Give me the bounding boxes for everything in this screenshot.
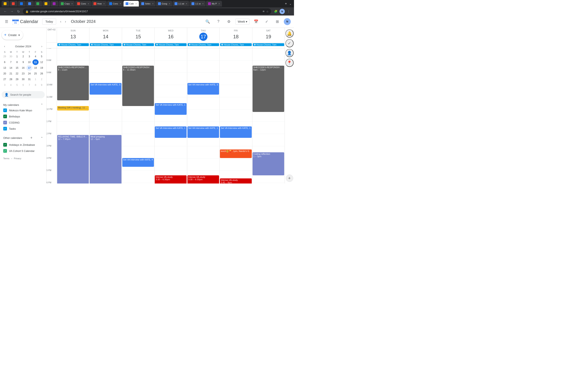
mini-cal-day[interactable]: 3 [2,82,8,88]
mini-cal-day[interactable]: 24 [26,71,33,76]
event-block-tue-1[interactable]: Set VA Interview with KATE, 4 [122,158,154,167]
event-block-thu-1[interactable]: Set VA Interview with KATE, 1 [187,126,219,138]
other-calendars-title[interactable]: Other calendars [3,136,22,140]
allday-event-sat-0[interactable]: House-Chores, 7am [253,43,284,46]
mini-cal-day[interactable]: 8 [14,59,20,65]
browser-tab-12[interactable]: Selec× [139,1,156,7]
my-calendar-item-1[interactable]: ✓Birthdays [2,113,45,119]
meeting-event[interactable]: Meeting (VA's meeting), 11:30am [57,106,89,110]
forward-button[interactable]: → [9,8,15,14]
mini-cal-day[interactable]: 15 [14,65,20,71]
event-block-wed-0[interactable]: Set VA Interview with KATE, 1 [155,103,186,115]
more-tabs-button[interactable]: ⌄ [288,1,292,6]
day-number-6[interactable]: 19 [264,33,273,41]
browser-tab-8[interactable]: Conc× [75,1,91,7]
time-cell-11-2[interactable] [122,183,154,184]
event-block-sun-1[interactable]: RELAXING TIME. BIBLE READING. PLAYING GO… [57,135,89,184]
time-cell-9-5[interactable] [219,158,252,171]
add-other-calendar-button[interactable]: + [29,135,33,141]
time-cell-3-5[interactable] [219,85,252,97]
time-cell-0-3[interactable] [154,48,187,60]
time-cell-9-4[interactable] [187,158,219,171]
right-panel-maps-icon[interactable]: 📍 [285,59,294,67]
browser-tab-2[interactable] [18,1,26,7]
mini-cal-day[interactable]: 4 [8,82,14,88]
mini-cal-day[interactable]: 9 [20,59,26,65]
time-cell-3-3[interactable] [154,85,187,97]
time-cell-5-2[interactable] [122,109,154,122]
reload-button[interactable]: ↻ [16,8,21,14]
mini-cal-day[interactable]: 4 [33,54,39,59]
day-number-1[interactable]: 14 [102,33,110,41]
tab-close-9[interactable]: × [103,2,104,5]
time-cell-1-5[interactable] [219,60,252,73]
browser-tab-0[interactable] [2,1,9,7]
event-block-sun-0[interactable]: SHECODES-RESPONSIVE-WEEK-28 – 11am [57,66,89,100]
day-number-3[interactable]: 16 [167,33,175,41]
mini-cal-prev-button[interactable]: ‹ [3,44,6,49]
time-cell-4-5[interactable] [219,97,252,109]
mini-cal-day[interactable]: 7 [26,82,33,88]
tab-close-14[interactable]: × [186,2,187,5]
time-cell-1-1[interactable] [89,60,122,73]
event-block-fri-2[interactable]: Intense-VA-study3:45 – 8pm [220,178,251,184]
time-cell-10-2[interactable] [122,171,154,183]
time-cell-7-2[interactable] [122,134,154,146]
mini-cal-day[interactable]: 13 [2,65,8,71]
event-block-thu-0[interactable]: Set VA Interview with KATE, S [187,83,219,95]
mini-cal-day[interactable]: 11 [33,59,39,65]
tab-close-15[interactable]: × [202,2,204,5]
mini-cal-day[interactable]: 30 [20,76,26,82]
my-calendar-item-2[interactable]: ✓CODING [2,119,45,125]
browser-tab-3[interactable] [26,1,34,7]
time-cell-0-2[interactable] [122,48,154,60]
url-bar[interactable]: 🔒 calendar.google.com/calendar/u/0/r/wee… [23,8,271,15]
apps-button[interactable]: ⊞ [273,17,281,26]
time-cell-2-3[interactable] [154,73,187,85]
mini-cal-day[interactable]: 6 [2,59,8,65]
mini-cal-day[interactable]: 19 [39,65,45,71]
browser-tab-6[interactable] [51,1,58,7]
time-cell-5-0[interactable] [57,109,89,122]
search-button[interactable]: 🔍 [204,17,212,26]
time-cell-8-2[interactable] [122,146,154,158]
time-cell-5-1[interactable] [89,109,122,122]
search-people-bar[interactable]: 👤 Search for people [2,91,45,98]
allday-event-tue-0[interactable]: House-Chores, 7am [122,43,154,46]
mini-cal-day[interactable]: 8 [33,82,39,88]
collapse-my-calendars-button[interactable]: ⌃ [41,103,43,106]
menu-button[interactable]: ☰ [3,18,10,25]
mini-cal-day[interactable]: 1 [14,54,20,59]
browser-tab-13[interactable]: Goog× [156,1,172,7]
time-grid-scroll[interactable]: 7 AM8 AM9 AM10 AM11 AM12 PM1 PM2 PM3 PM4… [47,48,285,184]
browser-tab-4[interactable] [34,1,42,7]
mini-cal-day[interactable]: 20 [2,71,8,76]
mini-cal-day[interactable]: 12 [39,59,45,65]
time-cell-6-2[interactable] [122,122,154,134]
mini-cal-day[interactable]: 16 [20,65,26,71]
mini-cal-day[interactable]: 5 [39,54,45,59]
time-cell-0-0[interactable] [57,48,89,60]
my-calendar-item-0[interactable]: ✓Ntokozo Kate Moyo [2,107,45,113]
tasks-icon[interactable]: ✓ [263,17,271,26]
tab-close-7[interactable]: × [71,2,73,5]
time-cell-2-5[interactable] [219,73,252,85]
allday-event-thu-0[interactable]: House-Chores, 7am [188,43,219,46]
user-avatar[interactable]: N [284,18,291,25]
create-button[interactable]: + Today Create ▾ [2,30,23,40]
time-cell-0-5[interactable] [219,48,252,60]
event-block-fri-0[interactable]: Set VA Interview with KATE, 1 [220,126,251,138]
mini-cal-day[interactable]: 28 [8,76,14,82]
tab-close-16[interactable]: × [218,2,220,5]
back-button[interactable]: ← [2,8,8,14]
other-calendar-item-1[interactable]: ✓VA Cohort 5 Calendar [2,148,45,154]
browser-tab-16[interactable]: My P× [206,1,222,7]
mini-cal-day[interactable]: 1 [33,76,39,82]
help-button[interactable]: ? [214,17,222,26]
time-cell-4-1[interactable] [89,97,122,109]
my-calendar-item-3[interactable]: ✓Tasks [2,125,45,132]
time-cell-1-4[interactable] [187,60,219,73]
mini-cal-day[interactable]: 31 [26,76,33,82]
browser-tab-10[interactable]: Conc× [107,1,123,7]
mini-cal-day[interactable]: 10 [26,59,33,65]
